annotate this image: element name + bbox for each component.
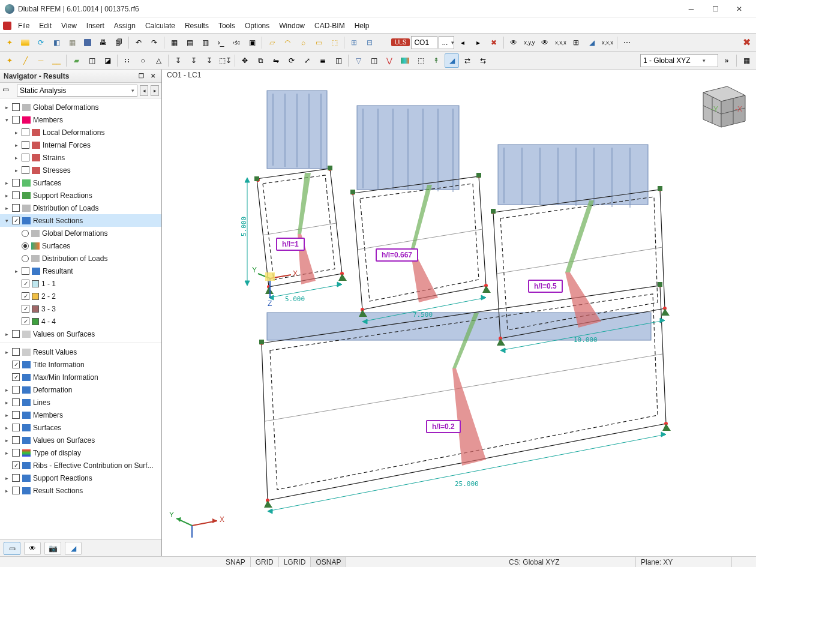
tree-deformation[interactable]: Deformation — [0, 383, 161, 396]
tree-vals-b[interactable]: Values on Surfaces — [0, 434, 161, 446]
view-xxx-button[interactable]: x,x,x — [553, 35, 568, 50]
maximize-button[interactable]: ☐ — [703, 0, 727, 18]
tree-values-on-surfaces[interactable]: Values on Surfaces — [0, 328, 161, 340]
xload-button[interactable]: ↧ — [171, 53, 185, 68]
tree-members-stresses[interactable]: Stresses — [0, 164, 161, 176]
navigator-next-button[interactable]: ▸ — [151, 85, 159, 96]
tree-rs-1[interactable]: 1 - 1 — [0, 277, 161, 290]
areaload-button[interactable]: ⬚↧ — [218, 53, 232, 68]
grid-button[interactable]: ▣ — [245, 35, 259, 50]
tree-result-values[interactable]: Result Values — [0, 346, 161, 358]
new-file-button[interactable]: ✦ — [2, 35, 17, 50]
mirror-button[interactable]: ⇋ — [269, 53, 283, 68]
set-button[interactable]: ∷ — [120, 53, 134, 68]
opening-button[interactable]: ◫ — [85, 53, 99, 68]
tree-members-strains[interactable]: Strains — [0, 151, 161, 164]
model-viewport[interactable]: CO1 - LC1 -Y -X — [162, 70, 756, 556]
navigator-close-button[interactable]: ✕ — [148, 71, 158, 81]
iso-button[interactable]: ⬚ — [413, 53, 428, 68]
tree-distribution-loads[interactable]: Distribution of Loads — [0, 202, 161, 214]
delete-loadcase-button[interactable]: ✖ — [487, 35, 501, 50]
open-button[interactable] — [18, 35, 32, 50]
section-button[interactable]: ◢ — [445, 53, 459, 68]
polyline-new-button[interactable]: ⎯⎯ — [49, 53, 64, 68]
nav-tab-display[interactable]: 👁 — [24, 542, 41, 555]
link2-button[interactable]: ⇆ — [476, 53, 490, 68]
render1-button[interactable]: ◫ — [367, 53, 381, 68]
close-button[interactable]: ✕ — [727, 0, 751, 18]
navigator-view-button[interactable]: ▭ — [2, 85, 14, 96]
display-button[interactable]: ▦ — [739, 53, 754, 68]
tree-surfaces-b[interactable]: Surfaces — [0, 421, 161, 434]
filter-button[interactable]: ▽ — [351, 53, 365, 68]
tree-members-local-def[interactable]: Local Deformations — [0, 126, 161, 139]
select-lasso-button[interactable]: ◠ — [280, 35, 295, 50]
copy-geom-button[interactable]: ⧉ — [253, 53, 268, 68]
undo-button[interactable]: ↶ — [131, 35, 146, 50]
menu-calculate[interactable]: Calculate — [140, 18, 180, 33]
hinge-button[interactable]: ○ — [136, 53, 150, 68]
scale-button[interactable]: ⤢ — [300, 53, 314, 68]
minimize-button[interactable]: ─ — [679, 0, 703, 18]
navigator-tree[interactable]: Global Deformations Members Local Deform… — [0, 98, 161, 539]
tree-rs-4[interactable]: 4 - 4 — [0, 315, 161, 328]
refresh-button[interactable]: ⟳ — [34, 35, 48, 50]
tree-support-reactions-b[interactable]: Support Reactions — [0, 472, 161, 484]
close-results-button[interactable]: ✖ — [739, 35, 754, 50]
save-button[interactable] — [80, 35, 95, 50]
menu-view[interactable]: View — [56, 18, 82, 33]
zload-button[interactable]: ↧ — [202, 53, 217, 68]
menu-cadbim[interactable]: CAD-BIM — [310, 18, 350, 33]
nav-tab-results[interactable]: ◢ — [65, 542, 82, 555]
tree-lines[interactable]: Lines — [0, 396, 161, 409]
menu-assign[interactable]: Assign — [109, 18, 140, 33]
status-lgrid[interactable]: LGRID — [279, 557, 311, 567]
nav-tab-data[interactable]: ▭ — [4, 542, 20, 555]
tree-button[interactable]: ↟ — [429, 53, 443, 68]
extrude-button[interactable]: ◫ — [331, 53, 346, 68]
analysis-type-select[interactable]: Static Analysis — [17, 85, 137, 97]
tree-rs-2[interactable]: 2 - 2 — [0, 290, 161, 302]
copy-button[interactable]: 🗐 — [112, 35, 126, 50]
view-xyy-button[interactable]: x,y,y — [522, 35, 536, 50]
support-button[interactable]: △ — [151, 53, 166, 68]
values-button[interactable]: x,x,x — [600, 35, 614, 50]
nav-tab-views[interactable]: 📷 — [44, 542, 61, 555]
menu-results[interactable]: Results — [180, 18, 214, 33]
app-logo[interactable] — [1, 18, 13, 33]
select-button[interactable]: ▭ — [311, 35, 326, 50]
solid-button[interactable]: ◪ — [100, 53, 115, 68]
data-button[interactable]: ▦ — [65, 35, 79, 50]
line-new-button[interactable]: ╱ — [18, 53, 32, 68]
tree-result-sections-b[interactable]: Result Sections — [0, 484, 161, 497]
tree-title-info[interactable]: Title Information — [0, 358, 161, 371]
tree-rs-resultant[interactable]: Resultant — [0, 265, 161, 277]
tree-surfaces[interactable]: Surfaces — [0, 176, 161, 189]
table1-button[interactable]: ▦ — [167, 35, 181, 50]
table2-button[interactable]: ▤ — [182, 35, 197, 50]
menu-insert[interactable]: Insert — [82, 18, 109, 33]
more1-button[interactable]: ⋯ — [620, 35, 634, 50]
menu-help[interactable]: Help — [350, 18, 374, 33]
tree-result-sections[interactable]: Result Sections — [0, 214, 161, 227]
redo-button[interactable]: ↷ — [147, 35, 161, 50]
view-eye2-button[interactable]: 👁 — [538, 35, 552, 50]
prev-loadcase-button[interactable]: ◂ — [455, 35, 470, 50]
zoom-button[interactable]: ⌕ — [296, 35, 310, 50]
status-grid[interactable]: GRID — [251, 557, 279, 567]
navigator-undock-button[interactable]: ❐ — [136, 71, 146, 81]
coord-system-combo[interactable]: 1 - Global XYZ — [640, 54, 718, 67]
diagram-button[interactable]: ◢ — [584, 35, 599, 50]
loadcase-more-combo[interactable]: ... — [439, 36, 454, 49]
menu-tools[interactable]: Tools — [214, 18, 240, 33]
offset-button[interactable]: ≣ — [316, 53, 330, 68]
tree-type-display[interactable]: Type of display — [0, 446, 161, 459]
menu-file[interactable]: File — [13, 18, 34, 33]
node-new-button[interactable]: ✦ — [2, 53, 17, 68]
tree-members[interactable]: Members — [0, 113, 161, 126]
yload-button[interactable]: ↧ — [187, 53, 201, 68]
tree-rs-distribution[interactable]: Distribution of Loads — [0, 252, 161, 265]
tree-rs-global-def[interactable]: Global Deformations — [0, 227, 161, 239]
select-poly-button[interactable]: ▱ — [265, 35, 279, 50]
member-new-button[interactable]: ─ — [34, 53, 48, 68]
